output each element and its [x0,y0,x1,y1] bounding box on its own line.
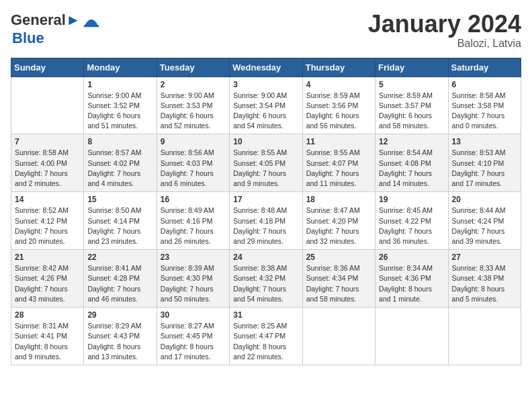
day-info: Sunrise: 8:59 AM Sunset: 3:57 PM Dayligh… [379,91,444,132]
day-info: Sunrise: 8:36 AM Sunset: 4:34 PM Dayligh… [306,263,371,304]
day-info: Sunrise: 8:52 AM Sunset: 4:12 PM Dayligh… [15,205,80,246]
cell-w4-d4 [302,308,375,365]
day-number: 26 [379,253,444,262]
cell-w2-d5: 19Sunrise: 8:45 AM Sunset: 4:22 PM Dayli… [375,192,448,250]
header-wednesday: Wednesday [230,58,302,77]
week-row-0: 1Sunrise: 9:00 AM Sunset: 3:52 PM Daylig… [11,77,521,134]
logo-general: General [11,11,66,28]
header-monday: Monday [84,58,157,77]
day-number: 16 [161,195,226,204]
header: General► Blue January 2024 Balozi, Latvi… [11,11,521,50]
day-info: Sunrise: 8:56 AM Sunset: 4:03 PM Dayligh… [161,148,226,189]
day-info: Sunrise: 8:50 AM Sunset: 4:14 PM Dayligh… [87,205,152,246]
day-number: 1 [87,80,152,89]
day-info: Sunrise: 9:00 AM Sunset: 3:53 PM Dayligh… [161,91,226,132]
week-row-4: 28Sunrise: 8:31 AM Sunset: 4:41 PM Dayli… [11,308,521,365]
month-title: January 2024 [368,11,521,38]
day-info: Sunrise: 8:31 AM Sunset: 4:41 PM Dayligh… [15,321,80,362]
calendar-table: Sunday Monday Tuesday Wednesday Thursday… [11,58,521,365]
logo-icon [82,11,101,30]
day-info: Sunrise: 8:38 AM Sunset: 4:32 PM Dayligh… [233,263,298,304]
day-info: Sunrise: 8:44 AM Sunset: 4:24 PM Dayligh… [452,205,517,246]
cell-w4-d3: 31Sunrise: 8:25 AM Sunset: 4:47 PM Dayli… [230,308,302,365]
day-info: Sunrise: 9:00 AM Sunset: 3:54 PM Dayligh… [233,91,298,132]
day-number: 15 [87,195,152,204]
cell-w3-d3: 24Sunrise: 8:38 AM Sunset: 4:32 PM Dayli… [230,250,302,308]
day-number: 12 [379,137,444,146]
day-info: Sunrise: 9:00 AM Sunset: 3:52 PM Dayligh… [87,91,152,132]
cell-w4-d1: 29Sunrise: 8:29 AM Sunset: 4:43 PM Dayli… [84,308,157,365]
header-friday: Friday [375,58,448,77]
cell-w1-d2: 9Sunrise: 8:56 AM Sunset: 4:03 PM Daylig… [157,134,229,192]
cell-w3-d0: 21Sunrise: 8:42 AM Sunset: 4:26 PM Dayli… [11,250,84,308]
cell-w0-d2: 2Sunrise: 9:00 AM Sunset: 3:53 PM Daylig… [157,77,229,134]
day-number: 28 [15,310,80,320]
cell-w0-d6: 6Sunrise: 8:58 AM Sunset: 3:58 PM Daylig… [448,77,521,134]
cell-w3-d5: 26Sunrise: 8:34 AM Sunset: 4:36 PM Dayli… [375,250,448,308]
cell-w3-d4: 25Sunrise: 8:36 AM Sunset: 4:34 PM Dayli… [302,250,375,308]
cell-w4-d6 [448,308,521,365]
day-number: 31 [233,310,298,320]
cell-w2-d4: 18Sunrise: 8:47 AM Sunset: 4:20 PM Dayli… [302,192,375,250]
cell-w1-d4: 11Sunrise: 8:55 AM Sunset: 4:07 PM Dayli… [302,134,375,192]
cell-w0-d1: 1Sunrise: 9:00 AM Sunset: 3:52 PM Daylig… [84,77,157,134]
day-number: 10 [233,137,298,146]
day-number: 8 [87,137,152,146]
cell-w2-d3: 17Sunrise: 8:48 AM Sunset: 4:18 PM Dayli… [230,192,302,250]
cell-w2-d1: 15Sunrise: 8:50 AM Sunset: 4:14 PM Dayli… [84,192,157,250]
cell-w2-d6: 20Sunrise: 8:44 AM Sunset: 4:24 PM Dayli… [448,192,521,250]
day-number: 30 [161,310,226,320]
day-info: Sunrise: 8:53 AM Sunset: 4:10 PM Dayligh… [452,148,517,189]
day-number: 5 [379,80,444,89]
day-number: 3 [233,80,298,89]
cell-w1-d5: 12Sunrise: 8:54 AM Sunset: 4:08 PM Dayli… [375,134,448,192]
day-info: Sunrise: 8:34 AM Sunset: 4:36 PM Dayligh… [379,263,444,304]
day-number: 17 [233,195,298,204]
day-number: 23 [161,253,226,262]
day-info: Sunrise: 8:29 AM Sunset: 4:43 PM Dayligh… [87,321,152,362]
page-container: General► Blue January 2024 Balozi, Latvi… [0,0,532,371]
header-saturday: Saturday [448,58,521,77]
day-info: Sunrise: 8:49 AM Sunset: 4:16 PM Dayligh… [161,205,226,246]
cell-w1-d1: 8Sunrise: 8:57 AM Sunset: 4:02 PM Daylig… [84,134,157,192]
day-info: Sunrise: 8:48 AM Sunset: 4:18 PM Dayligh… [233,205,298,246]
day-number: 24 [233,253,298,262]
cell-w3-d6: 27Sunrise: 8:33 AM Sunset: 4:38 PM Dayli… [448,250,521,308]
day-number: 9 [161,137,226,146]
day-number: 4 [306,80,371,89]
day-number: 27 [452,253,517,262]
day-info: Sunrise: 8:58 AM Sunset: 3:58 PM Dayligh… [452,91,517,132]
day-number: 20 [452,195,517,204]
day-info: Sunrise: 8:45 AM Sunset: 4:22 PM Dayligh… [379,205,444,246]
day-number: 7 [15,137,80,146]
cell-w4-d2: 30Sunrise: 8:27 AM Sunset: 4:45 PM Dayli… [157,308,229,365]
day-number: 14 [15,195,80,204]
day-info: Sunrise: 8:58 AM Sunset: 4:00 PM Dayligh… [15,148,80,189]
cell-w1-d3: 10Sunrise: 8:55 AM Sunset: 4:05 PM Dayli… [230,134,302,192]
day-number: 19 [379,195,444,204]
day-info: Sunrise: 8:25 AM Sunset: 4:47 PM Dayligh… [233,321,298,362]
day-info: Sunrise: 8:59 AM Sunset: 3:56 PM Dayligh… [306,91,371,132]
header-thursday: Thursday [302,58,375,77]
day-info: Sunrise: 8:33 AM Sunset: 4:38 PM Dayligh… [452,263,517,304]
logo-blue-inline: ► [66,11,81,28]
svg-rect-0 [84,25,99,27]
cell-w2-d2: 16Sunrise: 8:49 AM Sunset: 4:16 PM Dayli… [157,192,229,250]
day-number: 6 [452,80,517,89]
cell-w0-d0 [11,77,84,134]
day-number: 21 [15,253,80,262]
header-sunday: Sunday [11,58,84,77]
week-row-1: 7Sunrise: 8:58 AM Sunset: 4:00 PM Daylig… [11,134,521,192]
day-info: Sunrise: 8:42 AM Sunset: 4:26 PM Dayligh… [15,263,80,304]
cell-w1-d6: 13Sunrise: 8:53 AM Sunset: 4:10 PM Dayli… [448,134,521,192]
day-info: Sunrise: 8:41 AM Sunset: 4:28 PM Dayligh… [87,263,152,304]
calendar-header: Sunday Monday Tuesday Wednesday Thursday… [11,58,521,77]
day-info: Sunrise: 8:55 AM Sunset: 4:05 PM Dayligh… [233,148,298,189]
day-number: 13 [452,137,517,146]
cell-w1-d0: 7Sunrise: 8:58 AM Sunset: 4:00 PM Daylig… [11,134,84,192]
week-row-2: 14Sunrise: 8:52 AM Sunset: 4:12 PM Dayli… [11,192,521,250]
day-number: 22 [87,253,152,262]
cell-w4-d0: 28Sunrise: 8:31 AM Sunset: 4:41 PM Dayli… [11,308,84,365]
day-number: 2 [161,80,226,89]
cell-w3-d2: 23Sunrise: 8:39 AM Sunset: 4:30 PM Dayli… [157,250,229,308]
